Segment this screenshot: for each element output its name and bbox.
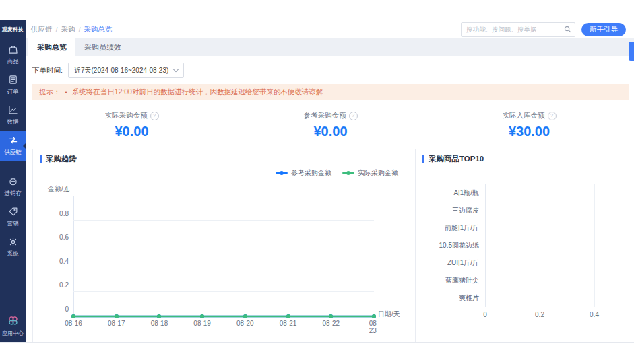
- y-tick-label: 0.4: [59, 257, 69, 264]
- x-axis-label: 日期/天: [378, 310, 400, 319]
- app-window: 观麦科技 商品订单数据供应链进销存营销系统 应用中心 供应链/采购/采购总览: [0, 0, 634, 364]
- metric-value: ¥0.00: [115, 124, 148, 139]
- trend-legend: 参考采购金额实际采购金额: [40, 168, 398, 178]
- sidebar-item-goods[interactable]: 商品: [0, 40, 26, 70]
- edge-widget[interactable]: [629, 42, 634, 61]
- top10-plot-area: 00.20.4: [485, 184, 634, 307]
- x-tick-label: 08-19: [193, 320, 211, 327]
- sidebar-item-system[interactable]: 系统: [0, 232, 26, 262]
- sidebar-item-label: 供应链: [4, 149, 22, 157]
- sidebar-item-supply-chain[interactable]: 供应链: [0, 131, 26, 161]
- breadcrumb: 供应链/采购/采购总览: [31, 25, 112, 34]
- metrics-row: 实际采购金额?¥0.00参考采购金额?¥0.00实际入库金额?¥30.00: [32, 107, 629, 146]
- sidebar-item-inventory[interactable]: 进销存: [0, 172, 26, 202]
- filter-row: 下单时间: 近7天(2024-08-16~2024-08-23): [32, 63, 629, 78]
- search-box[interactable]: [461, 22, 575, 37]
- legend-item[interactable]: 实际采购金额: [342, 168, 398, 178]
- search-input[interactable]: [465, 25, 564, 34]
- category-label: ZUI|1斤/斤: [447, 258, 479, 268]
- sidebar-item-label: 进销存: [4, 190, 22, 198]
- category-label: 蓝鹰猪肚尖: [445, 276, 479, 285]
- marketing-icon: [8, 207, 18, 218]
- x-tick-label: 08-21: [280, 320, 297, 327]
- legend-dot: [346, 171, 350, 175]
- tab-bar: 采购总览采购员绩效: [26, 38, 634, 56]
- data-point[interactable]: [329, 314, 333, 318]
- date-range-select[interactable]: 近7天(2024-08-16~2024-08-23): [68, 63, 184, 78]
- newbie-guide-button[interactable]: 新手引导: [581, 23, 626, 36]
- system-icon: [8, 237, 18, 248]
- y-tick-label: 0: [65, 305, 69, 313]
- breadcrumb-item[interactable]: 供应链: [31, 25, 53, 34]
- metric-cell: 实际入库金额?¥30.00: [430, 111, 629, 139]
- data-point[interactable]: [286, 314, 290, 318]
- legend-dot: [280, 171, 284, 175]
- x-tick-label: 08-18: [151, 320, 168, 327]
- x-tick-label: 08-22: [322, 320, 340, 327]
- data-point[interactable]: [243, 314, 247, 318]
- breadcrumb-item[interactable]: 采购: [61, 25, 75, 34]
- legend-label: 参考采购金额: [291, 168, 331, 178]
- inventory-icon: [8, 176, 18, 188]
- y-tick-label: 0.6: [59, 233, 69, 241]
- search-icon[interactable]: [564, 26, 571, 33]
- sidebar-item-label: 应用中心: [2, 330, 24, 337]
- breadcrumb-separator: /: [56, 26, 58, 34]
- sidebar-nav: 商品订单数据供应链进销存营销系统: [0, 40, 26, 262]
- category-label: 三边腐皮: [452, 206, 479, 215]
- breadcrumb-separator: /: [78, 26, 80, 34]
- bullet-icon: •: [65, 89, 67, 96]
- data-point[interactable]: [200, 314, 204, 318]
- category-label: 爽椎片: [459, 293, 479, 303]
- x-tick-label: 08-20: [236, 320, 254, 327]
- metric-cell: 参考采购金额?¥0.00: [231, 111, 430, 139]
- tab-active[interactable]: 采购总览: [28, 38, 75, 56]
- data-point[interactable]: [372, 314, 376, 318]
- x-tick-label: 08-17: [108, 320, 125, 327]
- x-tick-label: 08-23: [369, 320, 379, 334]
- sidebar-item-data[interactable]: 数据: [0, 100, 26, 131]
- top10-chart-title: 采购商品TOP10: [422, 155, 634, 163]
- sidebar-gap: [0, 161, 26, 172]
- sidebar-item-marketing[interactable]: 营销: [0, 202, 26, 232]
- breadcrumb-item[interactable]: 采购总览: [84, 25, 112, 34]
- series-line: [73, 196, 374, 316]
- metric-label: 实际采购金额?: [105, 111, 159, 120]
- legend-label: 实际采购金额: [358, 168, 398, 178]
- top10-category-labels: A|1瓶/瓶三边腐皮前腿|1斤/斤10.5圆花边纸ZUI|1斤/斤蓝鹰猪肚尖爽椎…: [422, 184, 485, 307]
- metric-label-text: 参考采购金额: [304, 111, 346, 120]
- content: 下单时间: 近7天(2024-08-16~2024-08-23) 提示： • 系…: [26, 56, 634, 342]
- help-icon[interactable]: ?: [150, 112, 159, 120]
- grid-line: [540, 184, 540, 307]
- sidebar-item-label: 订单: [7, 88, 19, 96]
- metric-value: ¥0.00: [313, 124, 347, 139]
- metric-label: 实际入库金额?: [503, 111, 557, 120]
- y-tick-label: 0.8: [59, 209, 69, 217]
- help-icon[interactable]: ?: [349, 112, 358, 120]
- main-area: 供应链/采购/采购总览 新手引导 采购总览采购员绩效 下单时间:: [26, 20, 634, 342]
- x-axis-line: [485, 184, 486, 307]
- y-tick-label: 0.2: [59, 281, 69, 289]
- data-point[interactable]: [71, 314, 75, 318]
- data-point[interactable]: [157, 314, 161, 318]
- x-tick-label: 0.2: [535, 311, 544, 318]
- trend-chart-title: 采购趋势: [40, 155, 401, 163]
- topbar-right: 新手引导: [461, 22, 626, 37]
- x-tick-label: 08-16: [65, 320, 82, 327]
- data-point[interactable]: [115, 314, 119, 318]
- notice-prefix: 提示：: [39, 87, 61, 97]
- tab-item[interactable]: 采购员绩效: [75, 38, 130, 56]
- sidebar-item-app-center[interactable]: 应用中心: [2, 315, 24, 337]
- sidebar: 观麦科技 商品订单数据供应链进销存营销系统 应用中心: [0, 20, 26, 342]
- category-label: 10.5圆花边纸: [439, 241, 479, 250]
- metric-label-text: 实际入库金额: [503, 111, 545, 120]
- legend-item[interactable]: 参考采购金额: [276, 168, 331, 178]
- category-label: A|1瓶/瓶: [453, 188, 479, 198]
- x-tick-label: 0.4: [590, 311, 599, 318]
- sidebar-item-orders[interactable]: 订单: [0, 70, 26, 100]
- notice-bar: 提示： • 系统将在当日12:00对前日的数据进行统计，因数据延迟给您带来的不便…: [32, 84, 629, 100]
- metric-label: 参考采购金额?: [304, 111, 358, 120]
- purchase-trend-card: 采购趋势 参考采购金额实际采购金额 金额/元 日期/天 00.20.40.60.…: [32, 149, 408, 342]
- sidebar-item-label: 营销: [7, 220, 19, 228]
- help-icon[interactable]: ?: [548, 112, 557, 120]
